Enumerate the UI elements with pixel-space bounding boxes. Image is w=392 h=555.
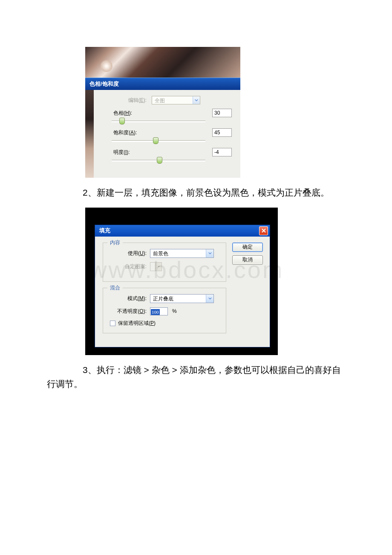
fill-dialog-screenshot: 填充 内容 使用(U): 前景色 bbox=[85, 208, 278, 355]
photo-preview bbox=[85, 47, 240, 78]
step-3-text: 3、执行：滤镜 > 杂色 > 添加杂色，参数也可以根据自己的喜好自行调节。 bbox=[0, 363, 392, 391]
pattern-picker bbox=[150, 262, 162, 271]
dialog-title: 色相/饱和度 bbox=[85, 78, 240, 90]
preserve-label: 保留透明区域(P) bbox=[118, 320, 156, 327]
saturation-label: 饱和度(A): bbox=[113, 129, 152, 136]
ok-button[interactable]: 确定 bbox=[232, 243, 263, 252]
use-dropdown[interactable]: 前景色 bbox=[150, 249, 214, 258]
slider-thumb-icon[interactable] bbox=[157, 157, 162, 164]
chevron-down-icon[interactable] bbox=[206, 249, 213, 257]
step-2-text: 2、新建一层，填充图像，前景色设为黑色，模式为正片叠底。 bbox=[0, 185, 392, 200]
pattern-label: 自定图案: bbox=[110, 263, 147, 270]
use-label: 使用(U): bbox=[110, 250, 147, 257]
hue-input[interactable] bbox=[212, 109, 232, 117]
opacity-value: 100 bbox=[151, 309, 160, 315]
opacity-label: 不透明度(O): bbox=[110, 308, 147, 315]
content-legend: 内容 bbox=[107, 239, 123, 246]
checkbox-icon[interactable] bbox=[110, 321, 115, 326]
slider-thumb-icon[interactable] bbox=[153, 137, 159, 144]
chevron-down-icon bbox=[155, 263, 161, 271]
content-group: 内容 使用(U): 前景色 自定图案: bbox=[103, 243, 226, 282]
chevron-down-icon[interactable] bbox=[206, 295, 213, 303]
cancel-button[interactable]: 取消 bbox=[232, 255, 263, 265]
saturation-input[interactable] bbox=[212, 128, 232, 137]
preserve-transparency-checkbox[interactable]: 保留透明区域(P) bbox=[110, 320, 220, 327]
chevron-down-icon[interactable] bbox=[193, 96, 200, 104]
edit-value: 全图 bbox=[152, 98, 165, 104]
mode-value: 正片叠底 bbox=[150, 296, 173, 302]
edit-label: 编辑(E): bbox=[108, 97, 147, 104]
lightness-slider[interactable] bbox=[112, 156, 205, 163]
slider-thumb-icon[interactable] bbox=[119, 118, 125, 124]
use-value: 前景色 bbox=[150, 251, 168, 257]
dialog-title-text: 填充 bbox=[99, 227, 110, 234]
lightness-input[interactable] bbox=[212, 148, 232, 156]
hue-saturation-screenshot: 色相/饱和度 编辑(E): 全图 色相(H): 饱和度(A): bbox=[85, 47, 240, 178]
mode-label: 模式(M): bbox=[110, 295, 147, 302]
blend-group: 混合 模式(M): 正片叠底 不透明度(O): 100 bbox=[103, 288, 226, 333]
hue-slider[interactable] bbox=[112, 117, 205, 124]
mode-dropdown[interactable]: 正片叠底 bbox=[150, 294, 214, 303]
opacity-input[interactable]: 100 bbox=[150, 307, 168, 315]
opacity-percent: % bbox=[172, 308, 177, 314]
dialog-titlebar[interactable]: 填充 bbox=[95, 225, 270, 237]
saturation-slider[interactable] bbox=[112, 137, 205, 144]
hue-label: 色相(H): bbox=[113, 110, 152, 117]
edit-dropdown[interactable]: 全图 bbox=[152, 96, 200, 104]
close-icon[interactable] bbox=[259, 226, 268, 235]
blend-legend: 混合 bbox=[107, 284, 123, 292]
lightness-label: 明度(I): bbox=[113, 149, 152, 156]
